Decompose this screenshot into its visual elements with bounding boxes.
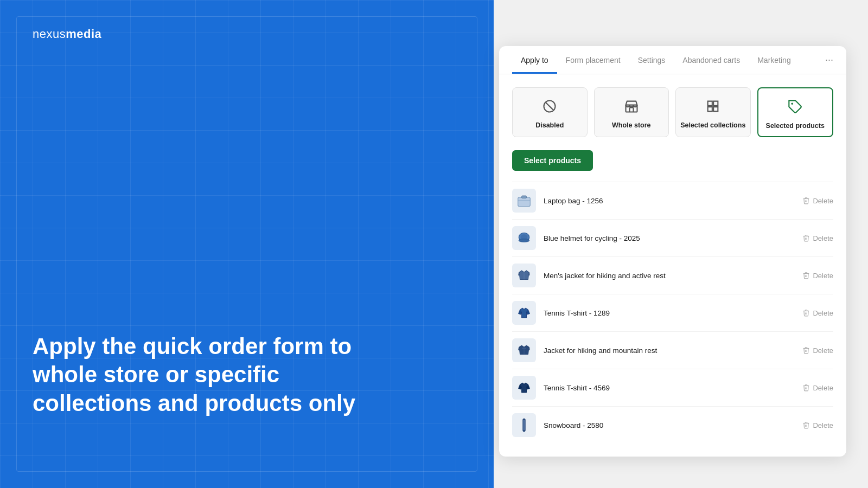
product-name: Men's jacket for hiking and active rest (544, 272, 795, 280)
delete-button[interactable]: Delete (802, 272, 833, 280)
product-name: Snowboard - 2580 (544, 421, 795, 429)
delete-button[interactable]: Delete (802, 234, 833, 242)
tab-abandoned-carts[interactable]: Abandoned carts (674, 46, 749, 74)
svg-point-16 (523, 419, 526, 420)
svg-line-1 (546, 102, 554, 110)
tab-marketing[interactable]: Marketing (749, 46, 799, 74)
product-thumbnail (512, 376, 536, 400)
logo-text-bold: media (66, 27, 101, 41)
store-icon (622, 97, 641, 116)
svg-rect-8 (522, 196, 527, 198)
product-row: Jacket for hiking and mountain rest Dele… (512, 331, 833, 369)
product-thumbnail (512, 301, 536, 325)
product-name: Jacket for hiking and mountain rest (544, 346, 795, 355)
option-whole-store[interactable]: Whole store (594, 87, 669, 137)
option-products-label: Selected products (766, 122, 825, 130)
right-panel: Apply to Form placement Settings Abandon… (494, 0, 868, 488)
delete-button[interactable]: Delete (802, 197, 833, 205)
option-selected-products[interactable]: Selected products (757, 87, 834, 137)
logo: nexusmedia (33, 27, 461, 41)
tag-icon (786, 97, 805, 117)
apply-section: Disabled Whole store (499, 74, 846, 457)
delete-button[interactable]: Delete (802, 384, 833, 392)
svg-rect-2 (626, 105, 637, 112)
product-thumbnail (512, 264, 536, 287)
product-row: Blue helmet for cycling - 2025 Delete (512, 219, 833, 256)
product-row: Tennis T-shirt - 4569 Delete (512, 369, 833, 406)
product-name: Blue helmet for cycling - 2025 (544, 234, 795, 242)
product-thumbnail (512, 413, 536, 437)
delete-button[interactable]: Delete (802, 346, 833, 355)
tab-bar: Apply to Form placement Settings Abandon… (499, 46, 846, 74)
tab-more-button[interactable]: ··· (821, 47, 833, 73)
product-row: Laptop bag - 1256 Delete (512, 182, 833, 219)
main-card: Apply to Form placement Settings Abandon… (499, 46, 846, 457)
product-name: Tennis T-shirt - 4569 (544, 384, 795, 392)
hero-text: Apply the quick order form to whole stor… (33, 332, 358, 461)
option-grid: Disabled Whole store (512, 87, 833, 137)
product-list: Laptop bag - 1256 Delete (512, 182, 833, 444)
left-panel: nexusmedia Apply the quick order form to… (0, 0, 494, 488)
option-collections-label: Selected collections (680, 121, 745, 129)
option-disabled[interactable]: Disabled (512, 87, 588, 137)
product-thumbnail (512, 189, 536, 213)
tab-apply-to[interactable]: Apply to (512, 46, 557, 74)
option-disabled-label: Disabled (535, 121, 564, 129)
svg-rect-7 (518, 197, 531, 207)
collection-icon (703, 97, 723, 116)
product-row: Snowboard - 2580 Delete (512, 406, 833, 444)
svg-point-12 (521, 234, 527, 240)
product-thumbnail (512, 338, 536, 362)
product-name: Tennis T-shirt - 1289 (544, 309, 795, 317)
product-row: Tennis T-shirt - 1289 Delete (512, 294, 833, 331)
option-whole-store-label: Whole store (612, 121, 651, 129)
product-name: Laptop bag - 1256 (544, 197, 795, 205)
svg-rect-15 (524, 419, 525, 432)
delete-button[interactable]: Delete (802, 309, 833, 317)
ban-icon (540, 97, 559, 116)
svg-point-6 (791, 102, 793, 105)
product-thumbnail (512, 226, 536, 250)
select-products-button[interactable]: Select products (512, 150, 593, 171)
tab-settings[interactable]: Settings (629, 46, 674, 74)
product-row: Men's jacket for hiking and active rest … (512, 256, 833, 294)
logo-text-light: nexus (33, 27, 66, 41)
delete-button[interactable]: Delete (802, 421, 833, 429)
svg-point-17 (523, 430, 526, 432)
svg-rect-13 (522, 348, 526, 349)
option-selected-collections[interactable]: Selected collections (675, 87, 751, 137)
tab-form-placement[interactable]: Form placement (557, 46, 629, 74)
